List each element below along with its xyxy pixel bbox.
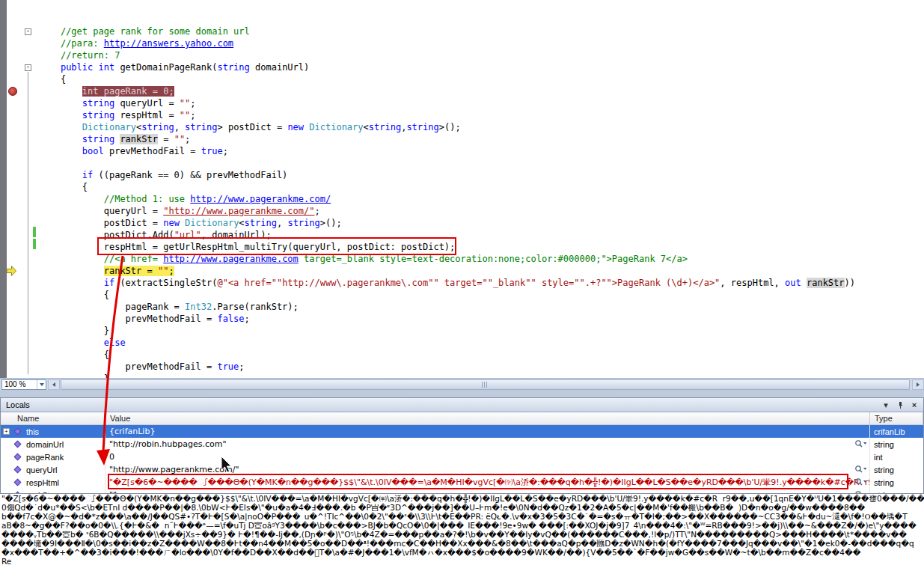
code-token: prevMethodFail = (104, 146, 201, 156)
code-token: postDict = (104, 218, 163, 228)
code-token: http://answers.yahoo.com (104, 38, 233, 49)
code-token: string (82, 110, 114, 120)
variable-value: "http://www.pagerankme.com/" (109, 465, 239, 474)
zoom-select[interactable]: 100 % (1, 379, 46, 390)
close-icon[interactable]: × (909, 400, 920, 410)
code-indent (39, 302, 126, 312)
code-token: out (785, 278, 801, 288)
code-token: //get page rank for some domain url (61, 26, 250, 37)
panel-splitter[interactable] (0, 390, 924, 397)
locals-row-respHtml[interactable]: respHtml"�Z[s�6�~����᳡���Θ�(Y�MK�n��g���… (1, 476, 923, 489)
code-line: postDict.Add("url", domainUrl); (39, 229, 924, 241)
locals-row-queryUrl[interactable]: queryUrl"http://www.pagerankme.com/"stri… (1, 463, 923, 476)
code-line: { (39, 349, 924, 361)
code-area[interactable]: //get page rank for some domain url //pa… (39, 25, 924, 378)
code-line: //<a href= http://www.pagerankme.com tar… (39, 253, 924, 265)
code-indent (39, 86, 82, 97)
breakpoint-margin[interactable] (7, 0, 23, 378)
window-menu-icon[interactable]: ▾ (881, 400, 891, 410)
code-editor[interactable]: - - //get page rank for some domain url … (0, 0, 924, 378)
garbled-text-line: ����ᵧTb��㝞b� ᵌ6B�Q�����\\���jXs÷��9}� Ⱶ�… (1, 530, 924, 539)
code-indent (39, 110, 82, 120)
garbled-text-line: �x���T��+�^��3�i���!���ㄏ�lo���\0Y�f��D��… (1, 548, 924, 557)
code-token: rankStr (120, 134, 158, 144)
magnifier-icon[interactable] (854, 477, 867, 488)
code-line: int pageRank = 0; (39, 85, 924, 97)
variable-value: {crifanLib} (109, 427, 155, 436)
locals-row-pageRank[interactable]: pageRank0int (1, 451, 923, 463)
code-indent (39, 170, 82, 180)
visualizer-pane[interactable]: "�Z[s�6�~����᳡���Θ�(Y�MK�n��g���}$$\"&\t… (0, 494, 924, 565)
code-token (801, 278, 807, 288)
code-line: //Method 1: use http://www.pagerankme.co… (39, 193, 924, 205)
variable-name: this (26, 427, 39, 436)
garbled-text-line: ����㙲�9I���Ⅱ�\0�s��i��z�Z����W��8�Ⱶt��n4… (1, 539, 924, 548)
code-indent (39, 74, 61, 85)
code-token: new (287, 122, 304, 132)
code-token: target=_blank style=text-decoration:none… (299, 254, 688, 264)
code-line: prevMethodFail = false; (39, 313, 924, 325)
fold-marker[interactable]: - (25, 64, 31, 71)
code-line: { (39, 289, 924, 301)
code-line: rankStr = ""; (39, 265, 924, 277)
code-token: >(); (439, 122, 461, 132)
hscroll-track[interactable] (61, 379, 910, 390)
column-header-type[interactable]: Type (870, 412, 923, 424)
code-token: //Method 1: use (104, 194, 191, 204)
expand-icon[interactable]: + (3, 428, 10, 435)
code-indent (39, 98, 82, 109)
code-token: ; (314, 206, 319, 216)
code-indent (39, 338, 104, 348)
fold-marker[interactable]: - (25, 28, 31, 35)
code-token: prevMethodFail = (126, 361, 218, 372)
hscroll-right-icon[interactable] (912, 379, 924, 390)
column-header-value[interactable]: Value (105, 412, 870, 424)
code-token: string (82, 134, 114, 144)
locals-row-this[interactable]: +this{crifanLib}crifanLib (1, 425, 923, 438)
code-token: Dictionary (185, 218, 239, 228)
magnifier-icon[interactable] (854, 465, 867, 475)
code-token: , (277, 218, 287, 228)
locals-row-rankStr[interactable]: rankStr""string (1, 489, 923, 494)
variable-type: string (870, 438, 923, 451)
code-indent (39, 182, 82, 192)
code-indent (39, 278, 104, 288)
code-line: queryUrl = "http://www.pagerankme.com/"; (39, 205, 924, 217)
variable-name: pageRank (26, 453, 64, 462)
code-token: new (163, 218, 180, 228)
code-token: ; (190, 98, 195, 109)
code-token: ; (239, 361, 244, 372)
locals-titlebar[interactable]: Locals ▾ × (1, 398, 923, 412)
locals-row-domainUrl[interactable]: domainUrl"http://robin.hubpages.com"stri… (1, 438, 923, 451)
code-indent (39, 206, 104, 216)
code-token: .Parse(rankStr); (212, 302, 299, 312)
code-indent (39, 361, 126, 372)
magnifier-icon[interactable] (854, 439, 867, 450)
code-token: , respHtml, (720, 278, 785, 288)
code-line: { (39, 73, 924, 85)
code-token: //return: 7 (61, 50, 120, 61)
code-token: , domainUrl); (201, 230, 272, 240)
code-token: ; (168, 266, 174, 276)
column-header-name[interactable]: Name (1, 412, 105, 424)
code-token: prevMethodFail = (126, 314, 218, 324)
zoom-dropdown-icon[interactable] (37, 380, 46, 389)
hscroll-left-icon[interactable] (48, 379, 60, 390)
pin-icon[interactable] (895, 400, 905, 410)
variable-type: string (870, 476, 923, 489)
code-token: else (104, 338, 126, 348)
code-line: if ((pageRank == 0) && prevMethodFail) (39, 169, 924, 181)
code-token: } (104, 326, 109, 336)
code-token: "" (158, 266, 168, 276)
code-token: string (82, 98, 114, 109)
breakpoint-icon[interactable] (8, 87, 17, 96)
variable-type: crifanLib (870, 425, 923, 438)
code-indent (39, 242, 104, 252)
zoom-level: 100 % (2, 380, 37, 388)
code-token: queryUrl = (114, 98, 180, 109)
code-token: pageRank = (126, 302, 185, 312)
code-token: pageRank = 0; (98, 86, 174, 97)
code-token: string (406, 122, 438, 132)
code-token: int (82, 86, 99, 97)
hscroll-thumb[interactable] (61, 379, 910, 390)
